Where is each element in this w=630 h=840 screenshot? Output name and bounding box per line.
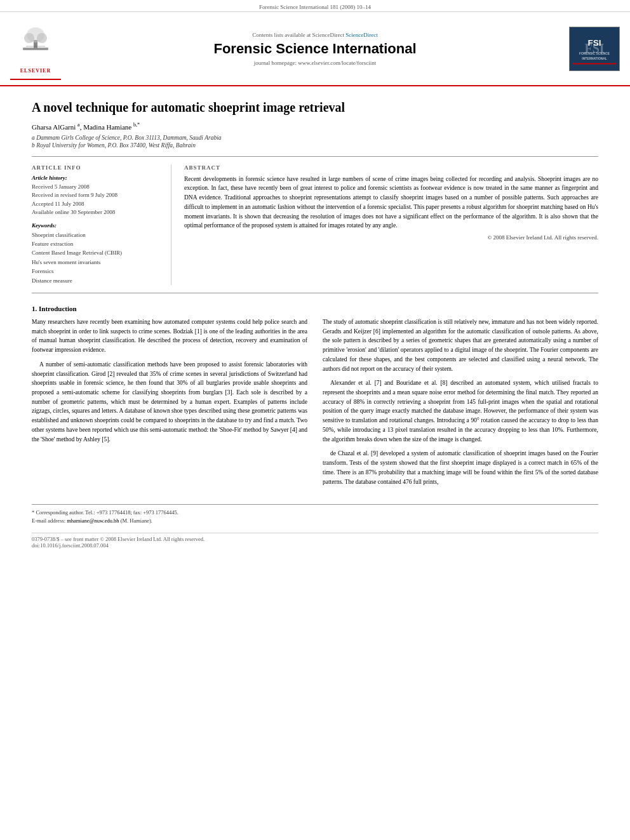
sciencedirect-link: Contents lists available at ScienceDirec…	[67, 32, 563, 38]
sciencedirect-anchor[interactable]: ScienceDirect	[345, 32, 377, 38]
keywords-list: Shoeprint classification Feature extract…	[32, 230, 161, 285]
fsi-logo-box: FSI FORENSIC SCIENCE INTERNATIONAL	[569, 27, 620, 71]
intro-col2-p1: Alexander et al. [7] and Bouridane et al…	[323, 378, 598, 444]
history-title: Article history:	[32, 175, 161, 181]
email-link[interactable]: mhamiane@nuw.edu.bh	[67, 517, 119, 524]
article-info: ARTICLE INFO Article history: Received 5…	[32, 164, 171, 285]
footnote-1: E-mail address: mhamiane@nuw.edu.bh (M. …	[32, 517, 598, 525]
info-abstract-section: ARTICLE INFO Article history: Received 5…	[32, 164, 598, 285]
abstract-title: ABSTRACT	[184, 164, 598, 171]
footer-line-1: 0379-0738/$ – see front matter © 2008 El…	[32, 536, 598, 542]
article-info-title: ARTICLE INFO	[32, 164, 161, 171]
journal-header: ELSEVIER Contents lists available at Sci…	[0, 12, 630, 86]
history-dates: Received 5 January 2008 Received in revi…	[32, 183, 161, 217]
elsevier-tree-icon	[17, 22, 55, 60]
svg-point-4	[24, 33, 34, 43]
divider-1	[32, 156, 598, 157]
journal-citation: Forensic Science International 181 (2008…	[259, 4, 371, 10]
intro-col2-p0: The study of automatic shoeprint classif…	[323, 317, 598, 373]
author-names: Gharsa AlGarni a, Madina Hamiane b,*	[32, 123, 140, 131]
divider-2	[32, 293, 598, 293]
footer-area: 0379-0738/$ – see front matter © 2008 El…	[32, 533, 598, 549]
journal-center: Contents lists available at ScienceDirec…	[67, 32, 563, 66]
svg-point-5	[37, 33, 47, 43]
intro-col1-p1: A number of semi-automatic classificatio…	[32, 360, 307, 444]
keyword-1: Feature extraction	[32, 239, 161, 248]
intro-col-1: Many researchers have recently been exam…	[32, 317, 307, 491]
history-date-1: Received in revised form 9 July 2008	[32, 191, 161, 200]
footnote-0: * Corresponding author. Tel.: +973 17764…	[32, 509, 598, 517]
footer-line-2: doi:10.1016/j.forsciint.2008.07.004	[32, 542, 598, 549]
main-content: A novel technique for automatic shoeprin…	[0, 86, 630, 561]
authors: Gharsa AlGarni a, Madina Hamiane b,*	[32, 122, 598, 131]
journal-logo-right: FSI FORENSIC SCIENCE INTERNATIONAL	[569, 27, 620, 71]
intro-col-2: The study of automatic shoeprint classif…	[323, 317, 598, 491]
intro-columns: Many researchers have recently been exam…	[32, 317, 598, 491]
svg-rect-11	[573, 63, 616, 64]
keyword-4: Forensics	[32, 267, 161, 276]
keyword-2: Content Based Image Retrieval (CBIR)	[32, 248, 161, 257]
history-date-0: Received 5 January 2008	[32, 183, 161, 192]
elsevier-logo: ELSEVIER	[10, 17, 61, 80]
intro-col1-p0: Many researchers have recently been exam…	[32, 317, 307, 355]
keyword-5: Distance measure	[32, 276, 161, 285]
svg-text:INTERNATIONAL: INTERNATIONAL	[582, 57, 607, 60]
keyword-3: Hu's seven moment invariants	[32, 258, 161, 267]
history-date-3: Available online 30 September 2008	[32, 208, 161, 217]
intro-col2-p2: de Chazal et al. [9] developed a system …	[323, 449, 598, 486]
abstract-text: Recent developments in forensic science …	[184, 175, 598, 230]
top-bar: Forensic Science International 181 (2008…	[0, 0, 630, 12]
copyright: © 2008 Elsevier Ireland Ltd. All rights …	[184, 234, 598, 241]
abstract-section: ABSTRACT Recent developments in forensic…	[184, 164, 598, 285]
elsevier-label: ELSEVIER	[20, 68, 51, 74]
affiliation-a: a Dammam Girls College of Science, P.O. …	[32, 135, 598, 141]
introduction-section: 1. Introduction Many researchers have re…	[32, 305, 598, 491]
journal-homepage: journal homepage: www.elsevier.com/locat…	[67, 60, 563, 66]
history-date-2: Accepted 11 July 2008	[32, 200, 161, 209]
journal-title: Forensic Science International	[67, 41, 563, 57]
fsi-logo-icon: FSI FORENSIC SCIENCE INTERNATIONAL	[570, 27, 619, 71]
svg-text:FORENSIC SCIENCE: FORENSIC SCIENCE	[579, 51, 610, 55]
affiliation-b: b Royal University for Women, P.O. Box 3…	[32, 142, 598, 149]
section-intro-title: 1. Introduction	[32, 305, 598, 312]
article-title: A novel technique for automatic shoeprin…	[32, 99, 598, 116]
keywords-title: Keywords:	[32, 222, 161, 229]
keyword-0: Shoeprint classification	[32, 230, 161, 239]
svg-text:FSI: FSI	[587, 38, 601, 48]
footnote-area: * Corresponding author. Tel.: +973 17764…	[32, 504, 598, 525]
